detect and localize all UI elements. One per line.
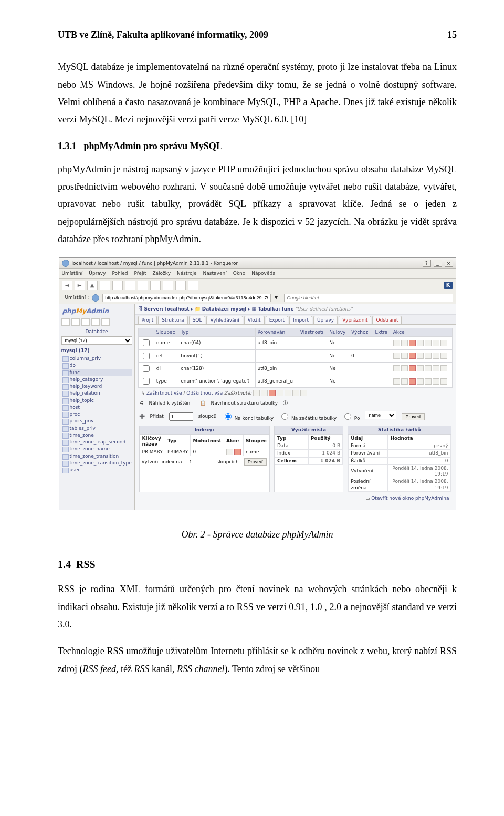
table-link[interactable]: user [62, 467, 132, 473]
bc-server[interactable]: Server: localhost [144, 306, 189, 312]
table-link[interactable]: time_zone [62, 432, 132, 439]
search-input[interactable] [284, 294, 453, 302]
drop-icon[interactable] [409, 340, 416, 346]
menu-item[interactable]: Nápověda [251, 271, 276, 276]
query-icon[interactable] [91, 318, 100, 326]
browse-icon[interactable] [393, 340, 400, 346]
radio-after[interactable]: Po [342, 411, 360, 421]
after-field-select[interactable]: name [365, 411, 396, 419]
table-link[interactable]: time_zone_leap_second [62, 439, 132, 446]
nav-reload-icon[interactable] [112, 281, 123, 290]
mkidx-go-button[interactable]: Proveď [244, 458, 267, 466]
table-link[interactable]: help_topic [62, 397, 132, 404]
tab-drop[interactable]: Odstranit [372, 316, 402, 324]
table-link[interactable]: host [62, 404, 132, 411]
table-link[interactable]: help_relation [62, 390, 132, 397]
unique-icon[interactable] [425, 340, 432, 346]
heading-1-4: 1.4 RSS [58, 555, 457, 574]
nav-back-icon[interactable]: ◄ [62, 281, 72, 290]
menu-item[interactable]: Umístění [62, 271, 83, 276]
tab-empty[interactable]: Vyprázdnit [339, 316, 371, 324]
add-count-input[interactable] [169, 412, 193, 421]
radio-end[interactable]: Na konci tabulky [222, 411, 274, 421]
edit-icon[interactable] [226, 449, 233, 455]
home-icon[interactable] [61, 318, 70, 326]
uncheck-all-link[interactable]: Odškrtnout vše [186, 390, 223, 396]
add-go-button[interactable]: Proveď [402, 413, 424, 420]
bc-db[interactable]: Databáze: mysql [202, 306, 247, 312]
row-checkbox[interactable] [143, 339, 150, 346]
mkidx-count-input[interactable] [187, 458, 211, 466]
menu-item[interactable]: Úpravy [89, 271, 106, 276]
table-link[interactable]: db [62, 362, 132, 369]
print-view-link[interactable]: Náhled k vytištění [149, 400, 192, 406]
reload-icon[interactable] [101, 318, 110, 326]
propose-structure-link[interactable]: Navrhnout strukturu tabulky [211, 400, 278, 406]
index-icon[interactable] [433, 340, 439, 346]
sel-unique-icon[interactable] [285, 390, 291, 396]
tab-insert[interactable]: Vložit [244, 316, 265, 324]
figure-phpmyadmin: localhost / localhost / mysql / func | p… [58, 257, 457, 510]
nav-find-icon[interactable] [150, 281, 161, 290]
row-checkbox[interactable] [143, 365, 150, 372]
docs-icon[interactable] [81, 318, 90, 326]
check-all-link[interactable]: Zaškrtnout vše [146, 390, 182, 396]
window-close-button[interactable]: × [445, 260, 453, 267]
table-link[interactable]: func [62, 369, 132, 376]
url-input[interactable] [102, 294, 271, 302]
primary-icon[interactable] [417, 340, 424, 346]
sel-drop-icon[interactable] [269, 390, 276, 396]
db-select[interactable]: mysql (17) [61, 336, 132, 345]
table-link[interactable]: proc [62, 411, 132, 418]
sql-icon[interactable] [71, 318, 80, 326]
sel-edit-icon[interactable] [261, 390, 268, 396]
menu-item[interactable]: Nastavení [203, 271, 227, 276]
sel-primary-icon[interactable] [277, 390, 284, 396]
table-link[interactable]: columns_priv [62, 355, 132, 362]
table-link[interactable]: time_zone_transition_type [62, 460, 132, 467]
menu-item[interactable]: Nástroje [177, 271, 197, 276]
tab-operations[interactable]: Úpravy [313, 316, 338, 324]
table-link[interactable]: tables_priv [62, 425, 132, 432]
menu-item[interactable]: Okno [233, 271, 246, 276]
col-header: Výchozí [349, 328, 373, 337]
table-link[interactable]: help_keyword [62, 383, 132, 390]
nav-forward-icon[interactable]: ► [75, 281, 85, 290]
nav-stop-icon[interactable] [125, 281, 135, 290]
table-link[interactable]: help_category [62, 376, 132, 383]
tab-sql[interactable]: SQL [189, 316, 206, 324]
nav-home-icon[interactable] [100, 281, 110, 290]
nav-zoom-out-icon[interactable] [175, 281, 186, 290]
nav-print-icon[interactable] [138, 281, 148, 290]
table-link[interactable]: time_zone_name [62, 446, 132, 452]
bc-table[interactable]: Tabulka: func [258, 306, 293, 312]
row-checkbox[interactable] [143, 378, 150, 385]
menu-item[interactable]: Pohled [112, 271, 128, 276]
window-help-button[interactable]: ? [423, 260, 431, 267]
sel-fulltext-icon[interactable] [300, 390, 307, 396]
open-new-window-link[interactable]: Otevřít nové okno phpMyAdmina [371, 495, 449, 501]
tab-search[interactable]: Vyhledávání [206, 316, 243, 324]
nav-zoom-in-icon[interactable] [163, 281, 173, 290]
window-minimize-button[interactable]: _ [434, 260, 442, 267]
tab-structure[interactable]: Struktura [158, 316, 187, 324]
table-link[interactable]: time_zone_transition [62, 453, 132, 460]
sel-browse-icon[interactable] [253, 390, 260, 396]
nav-up-icon[interactable]: ▲ [87, 281, 98, 290]
table-link[interactable]: procs_priv [62, 418, 132, 425]
row-checkbox[interactable] [143, 353, 150, 359]
tab-browse[interactable]: Projít [138, 316, 158, 324]
tab-import[interactable]: Import [289, 316, 312, 324]
menu-item[interactable]: Přejít [134, 271, 146, 276]
drop-icon[interactable] [234, 449, 241, 455]
db-title[interactable]: mysql (17) [61, 348, 132, 354]
radio-begin[interactable]: Na začátku tabulky [279, 411, 337, 421]
edit-icon[interactable] [401, 340, 408, 346]
tab-export[interactable]: Export [266, 316, 288, 324]
columns-table: Sloupec Typ Porovnávání Vlastnosti Nulov… [138, 328, 453, 388]
fulltext-icon[interactable] [440, 340, 447, 346]
nav-lock-icon[interactable] [188, 281, 198, 290]
menu-item[interactable]: Záložky [152, 271, 171, 276]
sel-index-icon[interactable] [292, 390, 299, 396]
stats-table: ÚdajHodnota Formátpevný Porovnáváníutf8_… [348, 435, 450, 492]
